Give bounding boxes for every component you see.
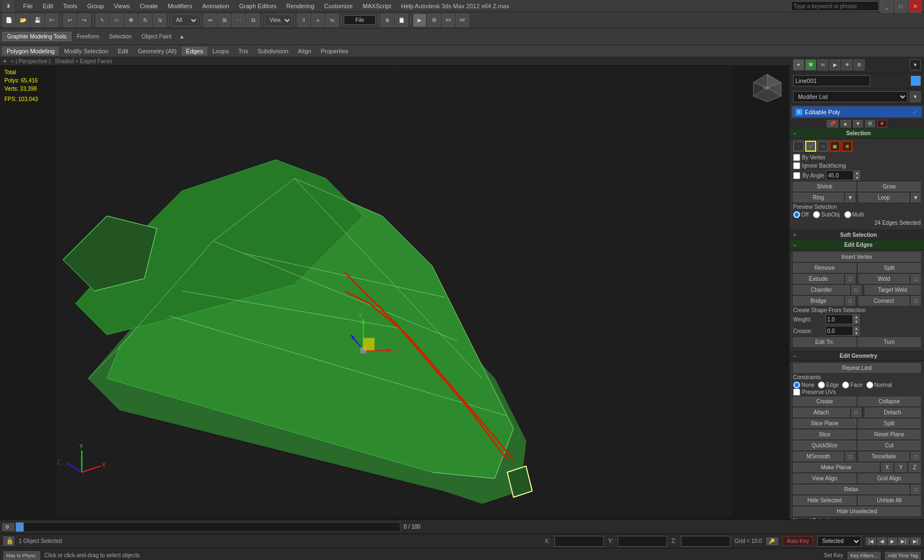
viewport-gizmo[interactable]: Top [751, 71, 784, 104]
prev-frame-btn[interactable]: ◀ [877, 537, 887, 545]
goto-end-btn[interactable]: ▶| [910, 537, 921, 545]
viewport-shading-label[interactable]: Shaded + Edged Faces [54, 58, 112, 64]
element-mode-btn[interactable]: ⊞ [842, 141, 853, 152]
menu-modifiers[interactable]: Modifiers [163, 2, 197, 10]
face-radio[interactable] [842, 381, 849, 389]
crease-up[interactable]: ▲ [853, 326, 860, 331]
panel-display-tab[interactable]: 👁 [842, 59, 853, 70]
new-btn[interactable]: 📄 [2, 14, 15, 27]
edit-tri-btn[interactable]: Edit Tri. [793, 337, 856, 347]
key-icon-btn[interactable]: 🔑 [766, 537, 778, 545]
select-region-btn[interactable]: ▭ [110, 14, 123, 27]
x-coord[interactable] [554, 536, 604, 547]
connect-btn[interactable]: Connect [859, 296, 909, 306]
quickslice-btn[interactable]: QuickSlice [793, 441, 856, 450]
grid-align-btn[interactable]: Grid Align [858, 474, 921, 483]
mirror-btn[interactable]: ⇔ [204, 14, 217, 27]
menu-tools[interactable]: Tools [59, 2, 82, 10]
edit-geo-minus[interactable]: – [793, 353, 796, 359]
repeat-last-btn[interactable]: Repeat Last [793, 363, 921, 373]
object-name-input[interactable]: Line001 [793, 75, 870, 86]
make-planar-x-btn[interactable]: X [881, 463, 893, 472]
modifier-configure-btn[interactable]: ⚙ [865, 120, 875, 127]
edit-edges-minus[interactable]: – [793, 242, 796, 248]
extrude-btn[interactable]: Extrude [793, 274, 844, 284]
collapse-btn[interactable]: Collapse [858, 397, 921, 406]
tessellate-settings-btn[interactable]: □ [911, 452, 921, 461]
extrude-settings-btn[interactable]: □ [845, 274, 855, 284]
detach-btn[interactable]: Detach [865, 408, 921, 417]
maxto-physx-btn[interactable]: Max to Physc. [3, 551, 40, 560]
create-btn[interactable]: Create [793, 397, 856, 406]
view-align-btn[interactable]: View Align [793, 474, 856, 483]
modifier-editable-poly[interactable]: E Editable Poly ✓ [793, 107, 921, 117]
modifier-add-btn[interactable]: ▼ [910, 91, 921, 102]
freeform-btn[interactable]: Freeform [73, 32, 104, 41]
weld-btn[interactable]: Weld [859, 274, 909, 284]
menu-animation[interactable]: Animation [198, 2, 234, 10]
chamfer-btn[interactable]: Chamfer [793, 285, 850, 295]
clone-btn[interactable]: ⧉ [246, 14, 260, 27]
lock-btn[interactable]: 🔒 [3, 536, 14, 546]
y-coord[interactable] [618, 536, 667, 547]
layers-btn[interactable]: 📋 [395, 14, 408, 27]
crease-value[interactable]: 0.0 [826, 326, 853, 336]
relax-settings-btn[interactable]: □ [911, 485, 921, 494]
preview-subobj-label[interactable]: SubObj [813, 211, 839, 218]
preview-multi-radio[interactable] [844, 211, 851, 218]
attach-list-btn[interactable]: □ [851, 408, 861, 417]
by-angle-down[interactable]: ▼ [854, 175, 860, 180]
preview-off-label[interactable]: Off [793, 211, 809, 218]
menu-customize[interactable]: Customize [320, 2, 357, 10]
msmooth-btn[interactable]: MSmooth [793, 452, 844, 461]
sub-tab-loops[interactable]: Loops [208, 47, 233, 56]
modifier-delete-btn[interactable]: ✕ [877, 120, 887, 127]
named-sel-btn[interactable]: ⊕ [381, 14, 394, 27]
modifier-dropdown[interactable]: Modifier List [793, 91, 908, 102]
hide-selected-btn[interactable]: Hide Selected [793, 496, 856, 505]
msmooth-settings-btn[interactable]: □ [845, 452, 855, 461]
polygon-mode-btn[interactable]: ▦ [829, 141, 840, 152]
weight-up[interactable]: ▲ [853, 314, 860, 319]
viewport[interactable]: + + | Perspective | Shaded + Edged Faces… [0, 57, 789, 519]
close-btn[interactable]: ✕ [909, 0, 922, 13]
preview-off-radio[interactable] [793, 211, 800, 218]
viewport-perspective-label[interactable]: + | Perspective | [11, 58, 51, 64]
panel-create-tab[interactable]: ✦ [793, 59, 804, 70]
selection-section-minus[interactable]: – [793, 130, 796, 136]
scale-btn[interactable]: ⇲ [153, 14, 166, 27]
maximize-btn[interactable]: □ [894, 0, 908, 13]
app-logo[interactable]: 3 [2, 0, 14, 12]
angle-snap-btn[interactable]: A [311, 14, 324, 27]
make-planar-z-btn[interactable]: Z [909, 463, 921, 472]
cut-btn[interactable]: Cut [858, 441, 921, 450]
redo-btn[interactable]: ↪ [78, 14, 91, 27]
spacing-btn[interactable]: ⋯ [232, 14, 245, 27]
sub-tab-modify-selection[interactable]: Modify Selection [59, 47, 113, 56]
sub-tab-edges[interactable]: Edges [182, 47, 207, 56]
make-planar-y-btn[interactable]: Y [895, 463, 907, 472]
chamfer-settings-btn[interactable]: □ [851, 285, 861, 295]
ribbon-expand-btn[interactable]: ▲ [177, 32, 187, 41]
relax-btn[interactable]: Relax [793, 485, 909, 494]
by-angle-check[interactable] [793, 172, 800, 179]
3d-snap-btn[interactable]: 3 [297, 14, 310, 27]
reset-plane-btn[interactable]: Reset Plane [858, 430, 921, 439]
ring-btn[interactable]: Ring [793, 193, 844, 202]
timeline-settings-btn[interactable]: ⚙ [2, 523, 14, 531]
save-btn[interactable]: 💾 [31, 14, 44, 27]
menu-graph-editors[interactable]: Graph Editors [235, 2, 281, 10]
panel-motion-tab[interactable]: ▶ [829, 59, 840, 70]
attach-btn[interactable]: Attach [793, 408, 850, 417]
select-btn[interactable]: ↖ [96, 14, 109, 27]
grow-btn[interactable]: Grow [858, 182, 921, 191]
viewport-select[interactable]: View [265, 14, 292, 26]
preview-subobj-radio[interactable] [813, 211, 820, 218]
ignore-backfacing-check[interactable] [793, 162, 800, 169]
by-angle-value[interactable]: 45.0 [826, 170, 854, 180]
insert-vertex-btn[interactable]: Insert Vertex [793, 252, 921, 262]
sub-tab-tris[interactable]: Tris [234, 47, 252, 56]
preview-multi-label[interactable]: Multi [844, 211, 864, 218]
connect-settings-btn[interactable]: □ [911, 296, 921, 306]
face-radio-label[interactable]: Face [842, 381, 862, 389]
